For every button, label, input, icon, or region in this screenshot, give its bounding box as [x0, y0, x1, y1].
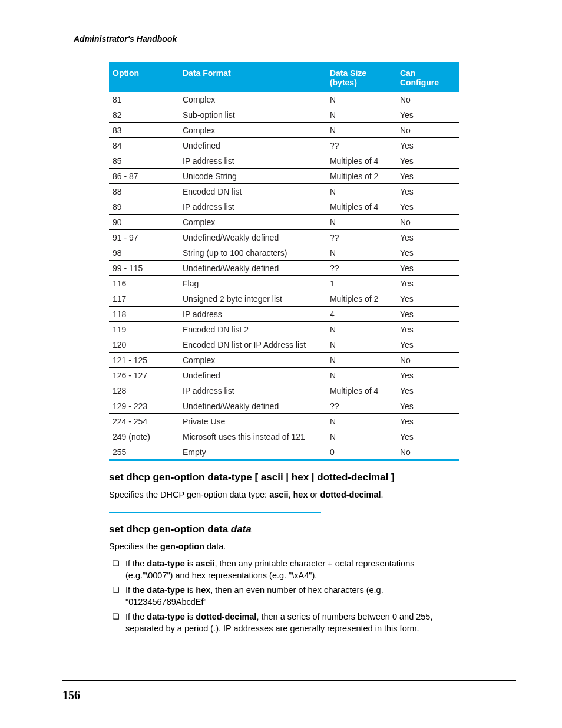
cell-size: N	[326, 107, 396, 123]
cell-size: Multiples of 4	[326, 199, 396, 215]
cell-format: Sub-option list	[179, 107, 326, 123]
table-row: 91 - 97Undefined/Weakly defined??Yes	[109, 230, 459, 245]
text-span: data.	[204, 542, 226, 551]
text-span: is	[185, 585, 196, 595]
table-row: 128IP address listMultiples of 4Yes	[109, 383, 459, 398]
cell-conf: Yes	[396, 184, 459, 199]
cell-size: ??	[326, 138, 396, 153]
text-span: Specifies the	[109, 542, 160, 551]
th-can-configure: Can Configure	[396, 63, 459, 93]
table-row: 120Encoded DN list or IP Address listNYe…	[109, 337, 459, 353]
cell-format: String (up to 100 characters)	[179, 245, 326, 261]
cell-conf: Yes	[396, 230, 459, 245]
bold-value: ascii	[196, 559, 214, 568]
table-row: 224 - 254Private UseNYes	[109, 414, 459, 429]
text-span: is	[185, 612, 196, 621]
cell-conf: No	[396, 92, 459, 107]
cell-format: IP address	[179, 307, 326, 322]
cell-option: 82	[109, 107, 179, 123]
table-row: 84Undefined??Yes	[109, 138, 459, 153]
cell-format: Flag	[179, 276, 326, 291]
text-span: .	[381, 490, 384, 499]
cell-conf: Yes	[396, 276, 459, 291]
text-span: or	[308, 490, 320, 499]
bold-value: hex	[196, 585, 210, 595]
cell-option: 249 (note)	[109, 429, 179, 444]
cell-conf: Yes	[396, 245, 459, 261]
cell-conf: Yes	[396, 138, 459, 153]
cell-conf: Yes	[396, 337, 459, 353]
bold-data-type: data-type	[147, 585, 184, 595]
cell-conf: Yes	[396, 307, 459, 322]
cell-format: Complex	[179, 353, 326, 368]
table-row: 129 - 223Undefined/Weakly defined??Yes	[109, 398, 459, 414]
cell-size: Multiples of 2	[326, 169, 396, 184]
cell-size: N	[326, 123, 396, 138]
th-size-line2: (bytes)	[330, 78, 357, 87]
cell-option: 129 - 223	[109, 398, 179, 414]
text-span: If the	[125, 612, 147, 621]
cell-size: ??	[326, 398, 396, 414]
table-row: 119Encoded DN list 2NYes	[109, 322, 459, 337]
table-row: 118IP address4Yes	[109, 307, 459, 322]
cell-option: 83	[109, 123, 179, 138]
table-row: 89IP address listMultiples of 4Yes	[109, 199, 459, 215]
cell-format: Complex	[179, 123, 326, 138]
cell-conf: Yes	[396, 414, 459, 429]
table-row: 88Encoded DN listNYes	[109, 184, 459, 199]
cell-conf: Yes	[396, 398, 459, 414]
para-data-type: Specifies the DHCP gen-option data type:…	[109, 489, 459, 501]
cell-conf: Yes	[396, 169, 459, 184]
cell-conf: No	[396, 215, 459, 230]
cell-size: N	[326, 245, 396, 261]
table-row: 85IP address listMultiples of 4Yes	[109, 153, 459, 169]
th-option: Option	[109, 63, 179, 93]
table-row: 86 - 87Unicode StringMultiples of 2Yes	[109, 169, 459, 184]
cell-size: Multiples of 2	[326, 291, 396, 307]
cell-option: 84	[109, 138, 179, 153]
bold-data-type: data-type	[147, 559, 184, 568]
cell-format: Undefined/Weakly defined	[179, 261, 326, 276]
cell-conf: Yes	[396, 199, 459, 215]
text-span: If the	[125, 559, 147, 568]
cell-size: N	[326, 184, 396, 199]
cell-option: 88	[109, 184, 179, 199]
list-item: If the data-type is hex, then an even nu…	[113, 585, 459, 611]
cell-size: N	[326, 429, 396, 444]
table-row: 249 (note)Microsoft uses this instead of…	[109, 429, 459, 444]
bold-value: dotted-decimal	[196, 612, 256, 621]
cell-option: 116	[109, 276, 179, 291]
table-row: 117Unsigned 2 byte integer listMultiples…	[109, 291, 459, 307]
table-header-row: Option Data Format Data Size (bytes) Can…	[109, 63, 459, 93]
cell-option: 98	[109, 245, 179, 261]
cell-option: 128	[109, 383, 179, 398]
cell-size: N	[326, 368, 396, 383]
cell-option: 119	[109, 322, 179, 337]
bold-hex: hex	[293, 490, 308, 499]
cell-option: 91 - 97	[109, 230, 179, 245]
cell-option: 118	[109, 307, 179, 322]
section-heading-data: set dhcp gen-option data data	[109, 523, 459, 535]
para-gen-option: Specifies the gen-option data.	[109, 541, 459, 553]
cell-size: N	[326, 337, 396, 353]
cell-format: IP address list	[179, 153, 326, 169]
section-separator	[109, 512, 321, 513]
bold-gen-option: gen-option	[160, 542, 204, 551]
page-number: 156	[62, 689, 80, 702]
th-data-size: Data Size (bytes)	[326, 63, 396, 93]
cell-size: 0	[326, 444, 396, 460]
th-data-format: Data Format	[179, 63, 326, 93]
cell-option: 99 - 115	[109, 261, 179, 276]
cell-format: Undefined/Weakly defined	[179, 398, 326, 414]
content-area: Option Data Format Data Size (bytes) Can…	[109, 62, 459, 638]
page: Administrator's Handbook Option Data For…	[0, 0, 562, 728]
table-row: 98String (up to 100 characters)NYes	[109, 245, 459, 261]
cell-format: Microsoft uses this instead of 121	[179, 429, 326, 444]
table-row: 99 - 115Undefined/Weakly defined??Yes	[109, 261, 459, 276]
cell-option: 117	[109, 291, 179, 307]
table-row: 116Flag1Yes	[109, 276, 459, 291]
cell-conf: Yes	[396, 429, 459, 444]
cell-conf: Yes	[396, 368, 459, 383]
cell-option: 86 - 87	[109, 169, 179, 184]
cell-option: 120	[109, 337, 179, 353]
